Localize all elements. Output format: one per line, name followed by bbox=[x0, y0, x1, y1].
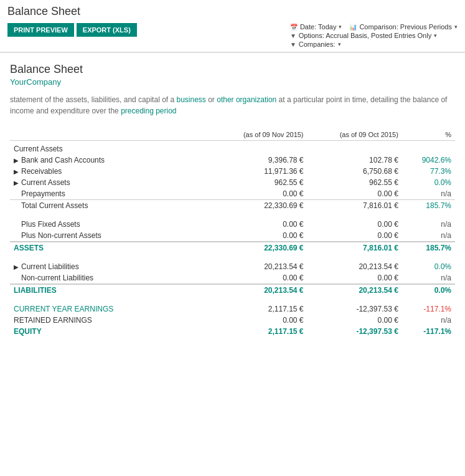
assets-total-pct: 185.7% bbox=[402, 242, 455, 254]
fixed-assets-val1: 0.00 € bbox=[210, 219, 308, 230]
total-current-assets-row: Total Current Assets 22,330.69 € 7,816.0… bbox=[10, 200, 455, 212]
col1-header: (as of 09 Nov 2015) bbox=[210, 129, 308, 141]
noncurrent-liabilities-label: Non-current Liabilities bbox=[10, 272, 210, 284]
liabilities-total-label: LIABILITIES bbox=[10, 284, 210, 296]
liabilities-total-val1: 20,213.54 € bbox=[210, 284, 308, 296]
liabilities-total-row: LIABILITIES 20,213.54 € 20,213.54 € 0.0% bbox=[10, 284, 455, 296]
current-liabilities-val1: 20,213.54 € bbox=[210, 261, 308, 272]
expand-icon-cl: ▶ bbox=[14, 264, 19, 270]
noncurrent-assets-val2: 0.00 € bbox=[308, 230, 402, 242]
desc-link-org[interactable]: other organization bbox=[217, 95, 276, 104]
fixed-assets-row: Plus Fixed Assets 0.00 € 0.00 € n/a bbox=[10, 219, 455, 230]
col3-header: % bbox=[402, 129, 455, 141]
desc-link-business[interactable]: business bbox=[176, 95, 205, 104]
noncurrent-liabilities-row: Non-current Liabilities 0.00 € 0.00 € n/… bbox=[10, 272, 455, 284]
assets-total-val1: 22,330.69 € bbox=[210, 242, 308, 254]
report-content: Balance Sheet YourCompany statement of t… bbox=[0, 53, 465, 347]
filter-icon-1: ▼ bbox=[290, 32, 296, 39]
fixed-assets-label: Plus Fixed Assets bbox=[10, 219, 210, 230]
noncurrent-liabilities-val2: 0.00 € bbox=[308, 272, 402, 284]
expand-icon-recv: ▶ bbox=[14, 168, 19, 175]
total-ca-pct: 185.7% bbox=[402, 200, 455, 212]
bank-cash-text: Bank and Cash Accounts bbox=[21, 156, 105, 164]
chart-icon: 📊 bbox=[349, 24, 357, 31]
page-title: Balance Sheet bbox=[7, 5, 458, 18]
options-dropdown-arrow[interactable]: ▾ bbox=[434, 32, 437, 39]
col2-header: (as of 09 Oct 2015) bbox=[308, 129, 402, 141]
noncurrent-liabilities-pct: n/a bbox=[402, 272, 455, 284]
balance-sheet-table: (as of 09 Nov 2015) (as of 09 Oct 2015) … bbox=[10, 129, 455, 337]
bank-cash-label[interactable]: ▶Bank and Cash Accounts bbox=[10, 155, 210, 166]
desc-text-2: or bbox=[206, 95, 217, 104]
receivables-pct: 77.3% bbox=[402, 166, 455, 177]
options-filter[interactable]: Options: Accrual Basis, Posted Entries O… bbox=[299, 32, 431, 39]
spacer-1 bbox=[10, 211, 455, 219]
header-controls: PRINT PREVIEW EXPORT (XLS) 📅 Date: Today… bbox=[7, 23, 458, 48]
export-xls-button[interactable]: EXPORT (XLS) bbox=[77, 23, 137, 37]
table-row: ▶Bank and Cash Accounts 9,396.78 € 102.7… bbox=[10, 155, 455, 166]
current-assets-sub-val1: 962.55 € bbox=[210, 177, 308, 188]
retained-earnings-label: RETAINED EARNINGS bbox=[10, 315, 210, 326]
equity-total-val1: 2,117.15 € bbox=[210, 326, 308, 337]
current-assets-sub-pct: 0.0% bbox=[402, 177, 455, 188]
desc-link-period[interactable]: preceding period bbox=[121, 107, 176, 115]
current-assets-sub-text: Current Assets bbox=[21, 178, 70, 187]
current-liabilities-label[interactable]: ▶Current Liabilities bbox=[10, 261, 210, 272]
companies-dropdown-arrow[interactable]: ▾ bbox=[338, 41, 341, 47]
date-dropdown-arrow[interactable]: ▾ bbox=[339, 24, 342, 30]
desc-text-1: statement of the assets, liabilities, an… bbox=[10, 95, 176, 104]
noncurrent-assets-pct: n/a bbox=[402, 230, 455, 242]
report-title: Balance Sheet bbox=[10, 63, 455, 76]
comparison-dropdown-arrow[interactable]: ▾ bbox=[454, 24, 458, 30]
current-year-earnings-val2: -12,397.53 € bbox=[308, 303, 402, 315]
current-year-earnings-row: CURRENT YEAR EARNINGS 2,117.15 € -12,397… bbox=[10, 303, 455, 315]
noncurrent-assets-val1: 0.00 € bbox=[210, 230, 308, 242]
retained-earnings-row: RETAINED EARNINGS 0.00 € 0.00 € n/a bbox=[10, 315, 455, 326]
spacer-3 bbox=[10, 296, 455, 303]
bank-cash-pct: 9042.6% bbox=[402, 155, 455, 166]
button-group: PRINT PREVIEW EXPORT (XLS) bbox=[7, 23, 137, 37]
total-ca-val1: 22,330.69 € bbox=[210, 200, 308, 212]
table-row: Prepayments 0.00 € 0.00 € n/a bbox=[10, 188, 455, 200]
equity-total-label: EQUITY bbox=[10, 326, 210, 337]
equity-total-row: EQUITY 2,117.15 € -12,397.53 € -117.1% bbox=[10, 326, 455, 337]
bank-cash-val2: 102.78 € bbox=[308, 155, 402, 166]
equity-total-pct: -117.1% bbox=[402, 326, 455, 337]
filter-icon-2: ▼ bbox=[290, 41, 296, 48]
print-preview-button[interactable]: PRINT PREVIEW bbox=[7, 23, 74, 37]
prepayments-val1: 0.00 € bbox=[210, 188, 308, 200]
current-assets-section: Current Assets bbox=[10, 141, 455, 155]
ca-header-pct bbox=[402, 141, 455, 155]
options-filter-row: ▼ Options: Accrual Basis, Posted Entries… bbox=[290, 32, 458, 39]
bank-cash-val1: 9,396.78 € bbox=[210, 155, 308, 166]
current-liabilities-val2: 20,213.54 € bbox=[308, 261, 402, 272]
retained-earnings-val2: 0.00 € bbox=[308, 315, 402, 326]
current-assets-sub-label[interactable]: ▶Current Assets bbox=[10, 177, 210, 188]
table-row: ▶Current Assets 962.55 € 962.55 € 0.0% bbox=[10, 177, 455, 188]
prepayments-text: Prepayments bbox=[21, 189, 65, 198]
expand-icon-ca: ▶ bbox=[14, 179, 19, 186]
current-liabilities-text: Current Liabilities bbox=[21, 262, 79, 271]
companies-filter[interactable]: Companies: bbox=[299, 40, 336, 48]
date-filter[interactable]: Date: Today bbox=[300, 23, 337, 31]
ca-header-val1 bbox=[210, 141, 308, 155]
assets-total-label: ASSETS bbox=[10, 242, 210, 254]
assets-total-val2: 7,816.01 € bbox=[308, 242, 402, 254]
companies-filter-row: ▼ Companies: ▾ bbox=[290, 40, 458, 48]
liabilities-total-val2: 20,213.54 € bbox=[308, 284, 402, 296]
current-year-earnings-pct: -117.1% bbox=[402, 303, 455, 315]
header-bar: Balance Sheet PRINT PREVIEW EXPORT (XLS)… bbox=[0, 0, 465, 52]
fixed-assets-pct: n/a bbox=[402, 219, 455, 230]
receivables-val2: 6,750.68 € bbox=[308, 166, 402, 177]
equity-total-val2: -12,397.53 € bbox=[308, 326, 402, 337]
current-year-earnings-label[interactable]: CURRENT YEAR EARNINGS bbox=[10, 303, 210, 315]
retained-earnings-pct: n/a bbox=[402, 315, 455, 326]
receivables-label[interactable]: ▶Receivables bbox=[10, 166, 210, 177]
current-assets-sub-val2: 962.55 € bbox=[308, 177, 402, 188]
comparison-filter[interactable]: Comparison: Previous Periods bbox=[359, 23, 452, 31]
noncurrent-liabilities-val1: 0.00 € bbox=[210, 272, 308, 284]
col-label-header bbox=[10, 129, 210, 141]
current-assets-label: Current Assets bbox=[10, 141, 210, 155]
report-description: statement of the assets, liabilities, an… bbox=[10, 94, 455, 117]
receivables-text: Receivables bbox=[21, 167, 62, 176]
